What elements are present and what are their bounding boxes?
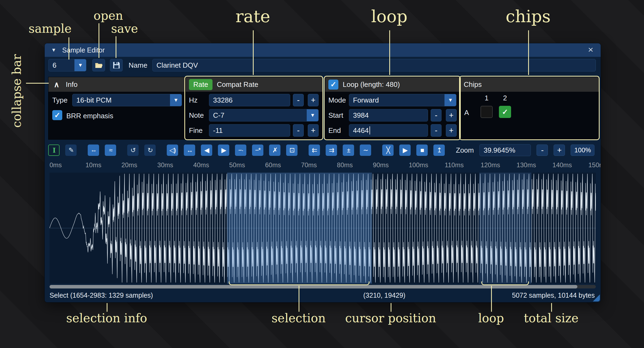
amplify-button[interactable]: ◁) bbox=[167, 145, 178, 156]
rate-panel-header: Rate Compat Rate bbox=[186, 77, 322, 92]
stop-button[interactable]: ■ bbox=[416, 145, 428, 156]
fade-out-button[interactable]: ▶ bbox=[218, 145, 229, 156]
mode-dropdown[interactable]: Forward ▼ bbox=[349, 94, 456, 106]
loop-panel-body: Mode Forward ▼ Start 3984 - + End 4464 -… bbox=[325, 92, 460, 139]
shift-right-button[interactable]: ⇉ bbox=[326, 145, 337, 156]
draw-tool-button[interactable]: ✎ bbox=[65, 145, 77, 156]
hz-plus-button[interactable]: + bbox=[308, 94, 319, 106]
annotation-line-total-size bbox=[551, 303, 552, 312]
fine-input[interactable]: -11 bbox=[209, 124, 290, 137]
sample-row: 6 ▼ Name Clarinet DQV bbox=[45, 57, 601, 74]
chip-1-checkbox[interactable] bbox=[480, 106, 493, 118]
name-value: Clarinet DQV bbox=[156, 61, 198, 70]
chips-panel: Chips 1 2 A ✓ bbox=[460, 77, 599, 140]
chips-col-1-label: 1 bbox=[480, 94, 493, 102]
hz-minus-button[interactable]: - bbox=[293, 94, 304, 106]
zoom-out-button[interactable]: - bbox=[537, 145, 548, 156]
close-icon[interactable]: × bbox=[585, 44, 596, 55]
hz-value: 33286 bbox=[213, 96, 233, 104]
name-input[interactable]: Clarinet DQV bbox=[152, 59, 596, 71]
filter-button[interactable]: ∼ bbox=[360, 145, 371, 156]
loop-end-minus-button[interactable]: - bbox=[431, 124, 442, 137]
rate-badge[interactable]: Rate bbox=[189, 79, 213, 90]
loop-start-plus-button[interactable]: + bbox=[446, 109, 457, 122]
loop-start-input[interactable]: 3984 bbox=[349, 109, 428, 122]
timeline-label: 130ms bbox=[516, 161, 536, 169]
delete-button[interactable]: ✗ bbox=[269, 145, 280, 156]
preview-button[interactable]: ▶ bbox=[399, 145, 411, 156]
annotation-line-cursor-position bbox=[391, 303, 391, 312]
annotation-line-collapse-bar bbox=[26, 83, 49, 84]
open-button[interactable] bbox=[92, 59, 105, 71]
fine-plus-button[interactable]: + bbox=[308, 124, 319, 137]
timeline-label: 150ms bbox=[589, 161, 601, 169]
check-icon: ✓ bbox=[54, 111, 60, 120]
crossfade-button[interactable]: ╳ bbox=[382, 145, 394, 156]
annotation-open: open bbox=[93, 9, 123, 22]
resample-button[interactable]: ≈ bbox=[105, 145, 116, 156]
info-panel-header: ∧ Info bbox=[48, 77, 185, 92]
offset-button[interactable]: ± bbox=[343, 145, 354, 156]
shift-left-button[interactable]: ⇇ bbox=[309, 145, 320, 156]
timeline-label: 110ms bbox=[445, 161, 464, 169]
loop-start-minus-button[interactable]: - bbox=[431, 109, 442, 122]
loop-end-input[interactable]: 4464 bbox=[349, 124, 428, 137]
waveform-view bbox=[50, 173, 596, 284]
name-label: Name bbox=[129, 61, 147, 70]
resize-grip[interactable] bbox=[593, 294, 600, 301]
loop-checkbox[interactable]: ✓ bbox=[328, 80, 338, 90]
note-value: C-7 bbox=[213, 111, 224, 120]
note-label: Note bbox=[189, 111, 204, 120]
brr-emphasis-label: BRR emphasis bbox=[66, 112, 113, 120]
hz-input[interactable]: 33286 bbox=[209, 94, 290, 106]
resize-button[interactable]: ⇔ bbox=[88, 145, 99, 156]
sample-number-dropdown[interactable]: 6 ▼ bbox=[48, 59, 86, 71]
window-titlebar[interactable]: ▼ Sample Editor × bbox=[45, 43, 601, 57]
timeline-label: 50ms bbox=[229, 161, 245, 169]
zoom-in-button[interactable]: + bbox=[554, 145, 565, 156]
undo-button[interactable]: ↺ bbox=[127, 145, 139, 156]
annotation-bracket-selection bbox=[229, 281, 370, 285]
timeline-label: 40ms bbox=[193, 161, 209, 169]
timeline-label: 100ms bbox=[409, 161, 428, 169]
check-icon: ✓ bbox=[330, 80, 336, 89]
type-dropdown[interactable]: 16-bit PCM ▼ bbox=[72, 94, 182, 106]
sample-editor-window: ▼ Sample Editor × 6 ▼ bbox=[44, 43, 601, 303]
timeline-ruler[interactable]: 0ms10ms20ms30ms40ms50ms60ms70ms80ms90ms1… bbox=[45, 158, 601, 172]
timeline-label: 10ms bbox=[86, 161, 102, 169]
loop-end-value: 4464 bbox=[353, 126, 369, 135]
chip-2-checkbox[interactable]: ✓ bbox=[499, 106, 511, 118]
select-tool-button[interactable]: I bbox=[48, 145, 60, 156]
timeline-label: 120ms bbox=[480, 161, 500, 169]
annotation-selection: selection bbox=[272, 311, 326, 325]
annotation-collapse-bar: collapse bar bbox=[10, 44, 24, 128]
chevron-down-icon: ▼ bbox=[170, 94, 182, 106]
fade-in-button[interactable]: ◀ bbox=[201, 145, 212, 156]
annotation-line-save bbox=[116, 36, 116, 58]
collapse-panel-icon[interactable]: ∧ bbox=[52, 80, 61, 89]
fine-label: Fine bbox=[189, 126, 203, 135]
insert-silence-button[interactable]: −· bbox=[235, 145, 246, 156]
zoom-reset-button[interactable]: 100% bbox=[571, 145, 594, 156]
zoom-input[interactable]: 39.9645% bbox=[479, 144, 531, 156]
fine-minus-button[interactable]: - bbox=[293, 124, 304, 137]
brr-emphasis-checkbox[interactable]: ✓ bbox=[52, 110, 62, 120]
loop-end-plus-button[interactable]: + bbox=[446, 124, 457, 137]
normalize-button[interactable]: ↔ bbox=[184, 145, 195, 156]
note-dropdown[interactable]: C-7 ▼ bbox=[209, 109, 319, 122]
annotation-save: save bbox=[111, 22, 138, 35]
window-collapse-icon[interactable]: ▼ bbox=[51, 47, 56, 53]
redo-button[interactable]: ↻ bbox=[144, 145, 156, 156]
info-panel-title: Info bbox=[66, 80, 77, 89]
save-button[interactable] bbox=[110, 59, 123, 71]
text-cursor bbox=[370, 126, 370, 134]
trim-button[interactable]: ⊡ bbox=[286, 145, 298, 156]
hz-label: Hz bbox=[189, 96, 198, 104]
upload-button[interactable]: ↥ bbox=[433, 145, 445, 156]
apply-silence-button[interactable]: −* bbox=[252, 145, 263, 156]
mode-value: Forward bbox=[353, 96, 379, 104]
annotation-bracket-loop bbox=[481, 281, 529, 285]
info-panel: ∧ Info Type 16-bit PCM ▼ ✓ BRR emphasis bbox=[48, 77, 185, 140]
sample-number-value: 6 bbox=[53, 61, 56, 70]
annotation-line-loop bbox=[389, 30, 390, 75]
